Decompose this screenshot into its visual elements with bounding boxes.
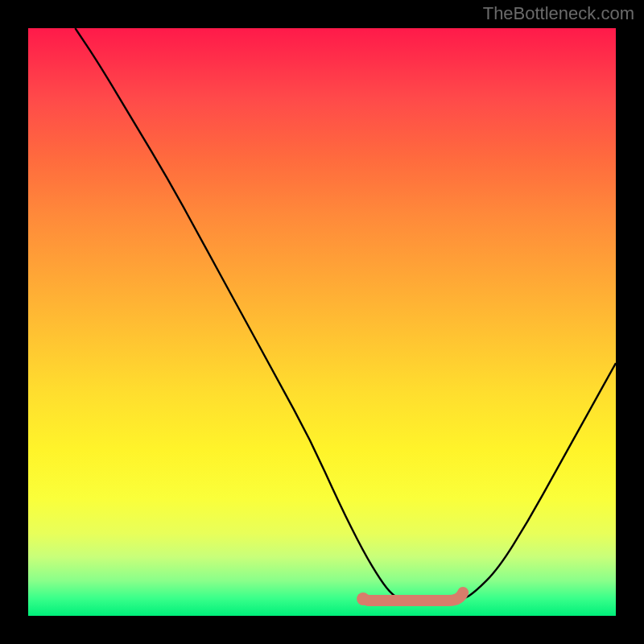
plot-area xyxy=(28,28,616,616)
chart-svg xyxy=(28,28,616,616)
bottleneck-curve xyxy=(75,28,616,603)
watermark-text: TheBottleneck.com xyxy=(483,3,634,24)
optimal-zone-start-dot xyxy=(357,592,369,605)
optimal-zone-marker xyxy=(368,592,463,601)
